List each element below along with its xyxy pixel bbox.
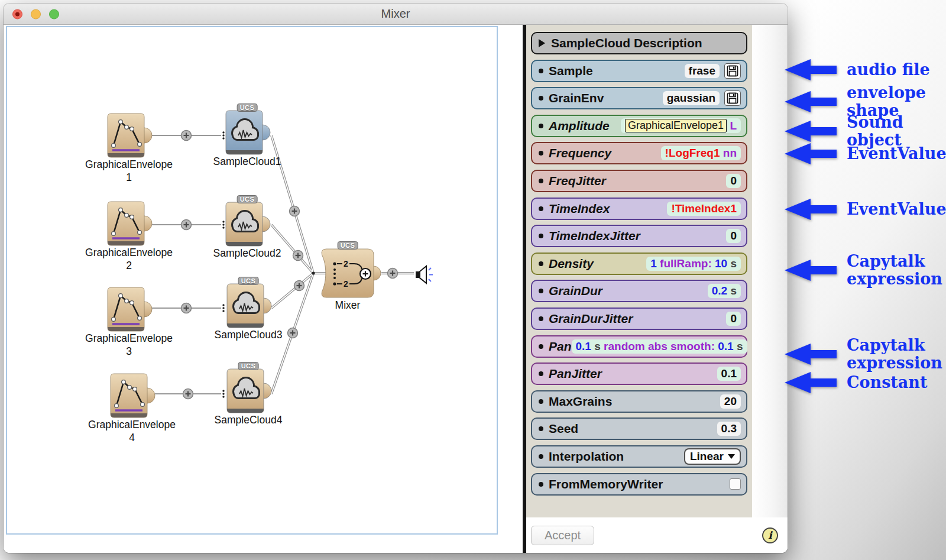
- param-row-frequency[interactable]: Frequency!LogFreq1 nn: [531, 142, 747, 164]
- close-button[interactable]: [12, 9, 22, 19]
- annotation-label: audio file: [847, 61, 930, 79]
- param-row-seed[interactable]: Seed0.3: [531, 417, 747, 440]
- param-value-freqjitter[interactable]: 0: [726, 174, 741, 188]
- param-value-pan[interactable]: 0.1 s random abs smooth: 0.1 s: [572, 339, 747, 354]
- node-graphicalenvelope-2[interactable]: GraphicalEnvelope2: [76, 200, 182, 273]
- param-row-amplitude[interactable]: AmplitudeGraphicalEnvelope1 L: [531, 115, 747, 137]
- param-row-timeindexjitter[interactable]: TimeIndexJitter0: [531, 225, 747, 247]
- param-label-frommemorywriter: FromMemoryWriter: [549, 477, 663, 491]
- param-value-graindurjitter[interactable]: 0: [726, 312, 741, 326]
- value-segment: random abs smooth:: [601, 340, 715, 353]
- window-content: GraphicalEnvelope1GraphicalEnvelope2Grap…: [4, 25, 788, 553]
- floppy-disk-icon: [727, 65, 738, 77]
- node-samplecloud-3[interactable]: UCSSampleCloud3: [195, 277, 302, 342]
- panel-footer: Accept i: [526, 517, 788, 553]
- node-graphicalenvelope-1[interactable]: GraphicalEnvelope1: [76, 112, 182, 184]
- annotation-label: Constant: [847, 374, 927, 391]
- minimize-button[interactable]: [31, 9, 41, 19]
- value-segment: 0.1: [715, 340, 734, 353]
- sample-cloud-icon: [225, 368, 272, 414]
- param-row-maxgrains[interactable]: MaxGrains20: [531, 390, 747, 413]
- arrow-left-icon: [783, 119, 838, 144]
- svg-text:2: 2: [344, 259, 348, 268]
- accept-button[interactable]: Accept: [531, 526, 594, 545]
- param-label-maxgrains: MaxGrains: [549, 394, 612, 409]
- sample-cloud-icon: [225, 283, 272, 329]
- param-value-timeindex[interactable]: !TimeIndex1: [667, 202, 741, 216]
- node-samplecloud-2[interactable]: UCSSampleCloud2: [194, 195, 300, 260]
- node-label: SampleCloud3: [195, 329, 302, 342]
- value-segment: !TimeIndex1: [671, 202, 737, 215]
- param-label-pan: Pan: [549, 339, 572, 354]
- param-row-pan[interactable]: Pan0.1 s random abs smooth: 0.1 s: [531, 335, 747, 358]
- value-segment: s: [727, 284, 737, 297]
- param-row-panjitter[interactable]: PanJitter0.1: [531, 362, 747, 385]
- speaker-icon: [414, 263, 438, 286]
- node-graphicalenvelope-4[interactable]: GraphicalEnvelope4: [79, 373, 185, 445]
- audio-output-speaker[interactable]: [414, 263, 438, 289]
- signal-flow-canvas[interactable]: GraphicalEnvelope1GraphicalEnvelope2Grap…: [6, 26, 498, 535]
- param-label-graindurjitter: GrainDurJitter: [549, 312, 633, 326]
- value-segment: nn: [720, 147, 737, 160]
- save-to-file-button[interactable]: [724, 90, 741, 106]
- ucs-badge: UCS: [237, 195, 258, 203]
- param-value-density[interactable]: 1 fullRamp: 10 s: [646, 257, 741, 271]
- panel-gutter: [752, 25, 788, 517]
- param-row-density[interactable]: Density1 fullRamp: 10 s: [531, 253, 747, 275]
- value-segment: s: [727, 257, 737, 270]
- param-value-sample[interactable]: frase: [685, 64, 720, 78]
- param-row-graindurjitter[interactable]: GrainDurJitter0: [531, 307, 747, 330]
- annotation-7: Constant: [783, 370, 927, 395]
- node-label-number: 3: [76, 345, 182, 358]
- annotation-label: EventValue: [847, 145, 946, 163]
- param-label-frequency: Frequency: [549, 146, 611, 160]
- param-value-maxgrains[interactable]: 20: [720, 394, 741, 409]
- node-mixer[interactable]: UCS22Mixer: [294, 241, 401, 312]
- param-value-grainenv[interactable]: gaussian: [663, 91, 720, 105]
- arrow-left-icon: [783, 258, 838, 283]
- ucs-badge: UCS: [237, 103, 258, 112]
- param-row-grainenv[interactable]: GrainEnvgaussian: [531, 87, 747, 109]
- param-row-sample[interactable]: Samplefrase: [531, 60, 747, 82]
- save-to-file-button[interactable]: [724, 63, 741, 79]
- param-row-freqjitter[interactable]: FreqJitter0: [531, 170, 747, 192]
- param-row-frommemorywriter[interactable]: FromMemoryWriter: [531, 473, 747, 496]
- ucs-badge: UCS: [238, 362, 259, 370]
- param-value-panjitter[interactable]: 0.1: [717, 367, 741, 381]
- param-row-timeindex[interactable]: TimeIndex!TimeIndex1: [531, 198, 747, 220]
- param-value-timeindexjitter[interactable]: 0: [726, 229, 741, 243]
- param-value-graindur[interactable]: 0.2 s: [708, 284, 741, 298]
- sample-cloud-icon: [223, 109, 271, 156]
- envelope-icon: [105, 200, 153, 247]
- param-value-frequency[interactable]: !LogFreq1 nn: [661, 146, 741, 160]
- value-segment: 0: [730, 312, 737, 325]
- titlebar[interactable]: Mixer: [4, 4, 788, 25]
- arrow-left-icon: [783, 342, 838, 367]
- node-samplecloud-1[interactable]: UCSSampleCloud1: [194, 103, 300, 169]
- node-label: GraphicalEnvelope: [76, 247, 182, 260]
- samplecloud-description-header[interactable]: SampleCloud Description: [531, 32, 747, 54]
- node-samplecloud-4[interactable]: UCSSampleCloud4: [195, 362, 302, 427]
- ucs-badge: UCS: [338, 241, 358, 250]
- node-label: SampleCloud2: [194, 247, 300, 260]
- param-row-interpolation[interactable]: InterpolationLinear: [531, 445, 747, 468]
- param-bullet: [539, 234, 543, 238]
- interpolation-dropdown[interactable]: Linear: [684, 448, 741, 465]
- arrow-left-icon: [783, 141, 838, 166]
- value-segment: !LogFreq1: [665, 147, 720, 160]
- node-label: Mixer: [294, 299, 401, 312]
- value-segment: frase: [689, 64, 715, 77]
- value-segment: 0.1: [576, 340, 591, 353]
- value-segment: 20: [724, 395, 737, 408]
- annotation-6: Capytalk expression: [783, 336, 942, 372]
- node-graphicalenvelope-3[interactable]: GraphicalEnvelope3: [76, 286, 182, 358]
- value-segment: 0: [730, 229, 737, 242]
- param-value-amplitude[interactable]: GraphicalEnvelope1 L: [621, 118, 741, 133]
- disclosure-triangle-icon: [539, 39, 545, 47]
- zoom-button[interactable]: [49, 9, 59, 19]
- frommemorywriter-checkbox[interactable]: [730, 478, 741, 490]
- param-value-seed[interactable]: 0.3: [717, 422, 741, 436]
- header-label: SampleCloud Description: [551, 36, 702, 50]
- info-icon[interactable]: i: [762, 527, 778, 543]
- param-row-graindur[interactable]: GrainDur0.2 s: [531, 280, 747, 302]
